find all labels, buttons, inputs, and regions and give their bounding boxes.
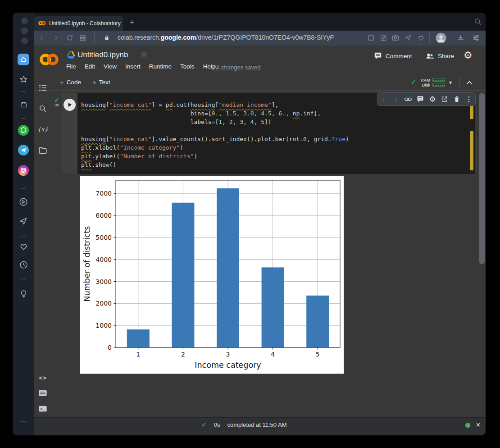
comment-cell-button[interactable] — [416, 95, 424, 103]
disk-label: Disk — [418, 82, 430, 87]
code-line[interactable] — [81, 126, 349, 135]
colab-logo-icon — [38, 20, 46, 26]
comment-label: Comment — [386, 53, 412, 59]
status-content: ✓ 0s completed at 11:50 AM — [201, 421, 286, 428]
telegram-icon[interactable] — [18, 144, 29, 156]
command-palette-icon[interactable] — [37, 388, 48, 398]
resources-dropdown-icon[interactable]: ▾ — [449, 79, 452, 86]
code-lines[interactable]: housing["income_cat"] = pd.cut(housing["… — [77, 93, 349, 174]
comment-icon — [417, 96, 424, 103]
run-cell-button[interactable] — [64, 99, 76, 111]
page-scrollbar[interactable] — [479, 93, 485, 264]
kernel-status-dot — [465, 423, 470, 428]
code-line[interactable]: plt.xlabel("Income category") — [81, 143, 349, 152]
reload-icon[interactable] — [64, 32, 75, 43]
code-line[interactable]: housing["income_cat"].value_counts().sor… — [81, 135, 349, 143]
shopping-bag-icon[interactable] — [18, 98, 29, 110]
mirror-cell-button[interactable] — [441, 95, 449, 103]
save-status[interactable]: All changes saved — [213, 64, 261, 71]
ram-label: RAM — [418, 78, 430, 82]
download-icon[interactable] — [455, 32, 466, 43]
menu-view[interactable]: View — [104, 63, 117, 70]
menu-runtime[interactable]: Runtime — [149, 63, 172, 70]
toolbar-divider — [429, 33, 430, 42]
add-text-button[interactable]: +Text — [92, 78, 110, 86]
code-line[interactable]: bins=[0., 1.5, 3.0, 4.5, 6., np.inf], — [81, 109, 349, 118]
back-icon[interactable] — [36, 32, 47, 43]
status-right: × — [465, 421, 480, 429]
collapse-chevron-icon[interactable] — [465, 79, 473, 86]
menu-tools[interactable]: Tools — [180, 63, 195, 70]
share-button[interactable]: Share — [425, 52, 454, 60]
edit-pen-icon[interactable] — [378, 32, 389, 43]
screenshot-camera-icon[interactable] — [390, 32, 401, 43]
sidebar-divider — [21, 118, 26, 119]
link-to-cell-button[interactable] — [404, 95, 412, 103]
forward-icon[interactable] — [50, 32, 61, 43]
settings-gear-icon[interactable]: ⚙ — [464, 50, 473, 60]
move-cell-up-button[interactable]: ↑ — [380, 95, 388, 103]
svg-text:2000: 2000 — [95, 300, 112, 307]
svg-text:6000: 6000 — [95, 212, 112, 219]
url-address[interactable]: colab.research.google.com/drive/1rPZ7QGI… — [118, 34, 334, 41]
notebook-toolbar: +Code +Text ✓ RAM Disk ▾ — [34, 75, 486, 91]
menu-insert[interactable]: Insert — [125, 63, 141, 70]
star-icon[interactable] — [18, 73, 29, 85]
terminal-icon[interactable]: >_ — [37, 403, 48, 414]
files-folder-icon[interactable] — [37, 145, 48, 155]
profile-avatar[interactable] — [436, 32, 446, 43]
variables-icon[interactable]: {x} — [37, 123, 48, 134]
drive-icon — [67, 51, 75, 59]
lock-icon[interactable] — [101, 32, 112, 43]
cell-settings-gear-icon[interactable]: ⚙ — [428, 95, 436, 103]
connected-check-icon: ✓ — [411, 78, 416, 86]
video-play-icon[interactable] — [18, 196, 29, 208]
settings-sliders-icon[interactable] — [471, 32, 482, 43]
new-tab-button[interactable]: + — [127, 17, 137, 28]
notebook-title[interactable]: Untitled0.ipynb — [77, 50, 128, 59]
window-control-dot[interactable] — [21, 18, 28, 24]
tab-bar: Untitled0.ipynb - Colaboratory + — [34, 13, 486, 31]
code-line[interactable]: plt.show() — [81, 160, 349, 169]
code-line[interactable]: plt.ylabel("Number of districts") — [81, 152, 349, 160]
search-icon[interactable] — [473, 16, 483, 27]
code-line[interactable]: labels=[1, 2, 3, 4, 5]) — [81, 118, 349, 126]
menu-file[interactable]: File — [66, 63, 76, 70]
status-message: completed at 11:50 AM — [227, 421, 286, 428]
more-cell-actions-button[interactable]: ⋮ — [465, 95, 473, 103]
window-control-dot[interactable] — [21, 37, 28, 44]
sidebar-divider — [21, 188, 26, 189]
sidebar-divider — [21, 236, 26, 237]
move-cell-down-button[interactable]: ↓ — [392, 95, 400, 103]
add-code-button[interactable]: +Code — [60, 78, 81, 86]
messenger-send-icon[interactable] — [18, 215, 29, 227]
find-replace-icon[interactable] — [37, 103, 48, 114]
instagram-icon[interactable] — [18, 165, 29, 176]
code-line[interactable]: housing["income_cat"] = pd.cut(housing["… — [81, 101, 349, 109]
url-domain: google.com — [161, 34, 196, 41]
code-snippets-icon[interactable]: <> — [37, 372, 48, 383]
disk-meter — [432, 83, 445, 87]
more-horizontal-icon[interactable]: ⋯ — [18, 416, 29, 427]
plus-icon: + — [92, 78, 96, 86]
svg-text:1: 1 — [136, 351, 140, 358]
history-clock-icon[interactable] — [18, 259, 29, 270]
favorites-heart-icon[interactable] — [18, 241, 29, 252]
home-icon[interactable] — [18, 54, 29, 65]
resource-meters[interactable] — [432, 78, 445, 87]
window-control-dot[interactable] — [21, 27, 28, 34]
browser-tab[interactable]: Untitled0.ipynb - Colaboratory — [34, 16, 123, 31]
delete-cell-button[interactable] — [453, 95, 461, 103]
star-rating-icon[interactable]: ☆ — [141, 50, 147, 59]
favorite-heart-icon[interactable] — [415, 32, 426, 43]
share-send-icon[interactable] — [403, 32, 414, 43]
plus-icon: + — [60, 78, 64, 86]
ideas-lightbulb-icon[interactable] — [18, 288, 29, 299]
reading-list-icon[interactable] — [365, 32, 376, 43]
tabs-grid-icon[interactable] — [77, 32, 88, 43]
menu-edit[interactable]: Edit — [85, 63, 95, 70]
comment-button[interactable]: Comment — [374, 52, 412, 60]
table-of-contents-icon[interactable] — [37, 82, 48, 93]
close-status-icon[interactable]: × — [476, 421, 480, 429]
whatsapp-icon[interactable] — [18, 124, 29, 136]
